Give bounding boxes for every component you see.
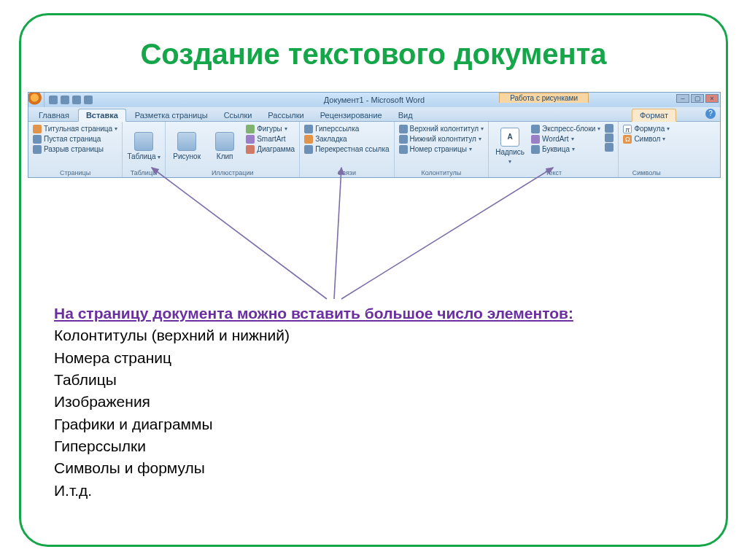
group-text: A Надпись Экспресс-блоки WordArt Буквица… [489,122,619,177]
datetime-icon [605,133,614,142]
tab-format[interactable]: Формат [632,109,676,122]
minimize-button[interactable]: – [676,94,689,103]
shapes-button[interactable]: Фигуры [246,124,295,133]
object-button[interactable] [605,143,614,152]
tab-references[interactable]: Ссылки [217,109,260,121]
slide-title: Создание текстового документа [0,38,747,71]
signature-button[interactable] [605,124,614,133]
symbol-icon: Ω [623,135,632,144]
group-links-label: Связи [304,168,389,176]
tab-layout[interactable]: Разметка страницы [128,109,215,121]
bookmark-icon [304,135,313,144]
equation-icon: π [623,125,632,133]
lead-sentence: На страницу документа можно вставить бол… [54,303,693,324]
footer-icon [399,135,408,144]
window-buttons: – ▢ × [676,94,719,103]
list-item: И.т.д. [54,481,693,501]
wordart-icon [531,135,540,144]
header-button[interactable]: Верхний колонтитул [399,124,484,133]
chart-icon [246,145,255,154]
tab-review[interactable]: Рецензирование [313,109,390,121]
list-item: Символы и формулы [54,458,693,478]
dropcap-button[interactable]: Буквица [531,144,600,154]
help-icon[interactable]: ? [705,109,716,119]
group-tables-label: Таблицы [127,168,160,176]
group-illustrations-label: Иллюстрации [170,168,295,176]
group-text-label: Текст [493,168,614,176]
picture-button[interactable]: Рисунок [170,124,204,168]
hyperlink-icon [304,125,313,133]
table-icon [134,132,153,151]
group-symbols-label: Символы [623,168,670,176]
titlebar: Документ1 - Microsoft Word Работа с рису… [28,93,720,107]
ribbon-insert: Титульная страница Пустая страница Разры… [28,122,720,177]
page-break-icon [33,145,42,154]
hyperlink-button[interactable]: Гиперссылка [304,124,389,133]
chart-button[interactable]: Диаграмма [246,144,295,154]
quickparts-icon [531,125,540,133]
crossref-button[interactable]: Перекрестная ссылка [304,144,389,154]
object-icon [605,143,614,152]
list-item: Изображения [54,392,693,412]
cover-page-button[interactable]: Титульная страница [33,124,117,133]
group-tables: Таблица Таблицы [123,122,166,177]
wordart-button[interactable]: WordArt [531,134,600,144]
group-links: Гиперссылка Закладка Перекрестная ссылка… [300,122,394,177]
signature-icon [605,124,614,133]
picture-icon [177,132,196,151]
list-item: Графики и диаграммы [54,414,693,435]
page-break-button[interactable]: Разрыв страницы [33,144,117,154]
datetime-button[interactable] [605,133,614,142]
group-pages-label: Страницы [33,168,117,176]
group-illustrations: Рисунок Клип Фигуры SmartArt Диаграмма И… [166,122,300,177]
qat-print-icon[interactable] [84,96,93,104]
clip-icon [215,132,234,151]
group-symbols: πФормула ΩСимвол Символы [619,122,674,177]
ribbon-tabs: Главная Вставка Разметка страницы Ссылки… [28,107,720,122]
close-button[interactable]: × [705,94,719,103]
clip-button[interactable]: Клип [208,124,241,168]
group-headerfooter-label: Колонтитулы [399,168,484,176]
textbox-icon: A [500,128,519,147]
smartart-button[interactable]: SmartArt [246,134,295,144]
blank-page-icon [33,135,42,144]
footer-button[interactable]: Нижний колонтитул [399,134,484,144]
bookmark-button[interactable]: Закладка [304,134,389,144]
word-ribbon-screenshot: Документ1 - Microsoft Word Работа с рису… [28,92,721,178]
qat-redo-icon[interactable] [72,96,81,104]
tab-insert[interactable]: Вставка [78,109,126,122]
list-item: Номера страниц [54,348,693,368]
blank-page-button[interactable]: Пустая страница [33,134,117,144]
contextual-tab-group: Работа с рисунками [499,93,589,103]
crossref-icon [304,145,313,154]
tab-view[interactable]: Вид [391,109,420,121]
group-pages: Титульная страница Пустая страница Разры… [28,122,123,177]
office-button[interactable] [28,93,44,107]
body-text: На страницу документа можно вставить бол… [54,303,693,502]
dropcap-icon [531,145,540,154]
list-item: Таблицы [54,370,693,390]
list-item: Гиперссылки [54,436,693,456]
pagenum-icon [399,145,408,154]
pagenum-button[interactable]: Номер страницы [399,144,484,154]
quick-access-toolbar[interactable] [44,96,97,104]
tab-home[interactable]: Главная [31,109,77,121]
document-title: Документ1 - Microsoft Word [324,96,425,104]
tab-mailings[interactable]: Рассылки [260,109,311,121]
group-headerfooter: Верхний колонтитул Нижний колонтитул Ном… [395,122,489,177]
qat-undo-icon[interactable] [61,96,69,104]
cover-page-icon [33,125,42,133]
textbox-button[interactable]: A Надпись [493,124,527,168]
equation-button[interactable]: πФормула [623,124,670,133]
header-icon [399,125,408,133]
symbol-button[interactable]: ΩСимвол [623,134,670,144]
table-button[interactable]: Таблица [127,124,160,168]
maximize-button[interactable]: ▢ [691,94,704,103]
smartart-icon [246,135,255,144]
list-item: Колонтитулы (верхний и нижний) [54,325,693,346]
qat-save-icon[interactable] [49,96,58,104]
quickparts-button[interactable]: Экспресс-блоки [531,124,600,133]
shapes-icon [246,125,255,133]
